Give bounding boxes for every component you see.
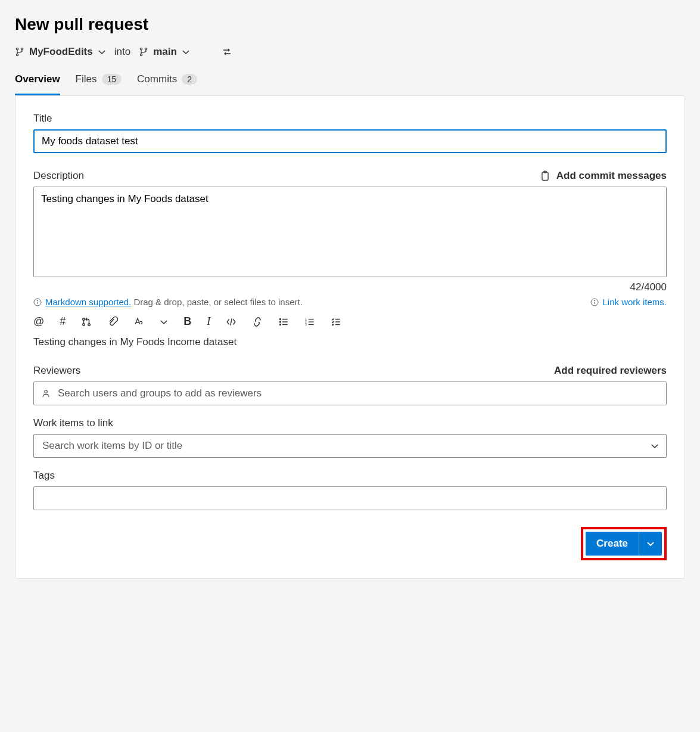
create-button-highlight: Create — [581, 527, 667, 560]
svg-point-10 — [37, 300, 38, 300]
tags-input[interactable] — [41, 492, 659, 505]
description-label: Description — [33, 170, 84, 182]
hashtag-icon[interactable]: # — [60, 315, 66, 328]
swap-branches-icon[interactable] — [222, 47, 232, 57]
form-panel: Title Description Add commit messages 42… — [15, 95, 685, 579]
markdown-hint-text: Drag & drop, paste, or select files to i… — [131, 297, 303, 307]
italic-icon[interactable]: I — [207, 315, 210, 328]
description-preview: Testing changes in My Foods Income datas… — [33, 336, 667, 348]
title-input[interactable] — [33, 129, 667, 153]
text-style-icon[interactable] — [133, 317, 144, 327]
svg-point-3 — [141, 48, 142, 49]
create-button[interactable]: Create — [586, 532, 639, 556]
clipboard-icon — [540, 170, 550, 181]
svg-text:3: 3 — [305, 322, 307, 325]
title-label: Title — [33, 113, 667, 125]
description-textarea[interactable] — [33, 187, 667, 277]
add-required-reviewers-button[interactable]: Add required reviewers — [554, 365, 667, 377]
tab-files[interactable]: Files 15 — [76, 71, 122, 95]
target-branch-name: main — [153, 46, 177, 58]
work-items-input-wrapper[interactable] — [33, 434, 667, 458]
task-list-icon[interactable] — [331, 317, 341, 327]
branch-icon — [15, 47, 24, 57]
info-icon — [590, 298, 599, 306]
tab-label: Files — [76, 73, 97, 85]
pull-request-icon[interactable] — [81, 317, 92, 327]
svg-rect-6 — [542, 172, 548, 181]
svg-point-1 — [21, 48, 23, 49]
target-branch-picker[interactable]: main — [139, 46, 190, 58]
chevron-down-icon[interactable] — [651, 442, 659, 450]
editor-toolbar: @ # B I — [33, 315, 667, 328]
add-commit-messages-button[interactable]: Add commit messages — [540, 170, 667, 182]
svg-point-2 — [16, 54, 18, 55]
link-work-items-link[interactable]: Link work items. — [602, 297, 667, 307]
attachment-icon[interactable] — [107, 317, 118, 327]
tab-label: Commits — [137, 73, 177, 85]
source-branch-picker[interactable]: MyFoodEdits — [15, 46, 106, 58]
link-icon[interactable] — [252, 317, 263, 327]
chevron-down-icon — [646, 539, 655, 548]
page-title: New pull request — [15, 15, 685, 34]
source-branch-name: MyFoodEdits — [29, 46, 93, 58]
char-count: 42/4000 — [33, 281, 667, 293]
bold-icon[interactable]: B — [183, 315, 191, 328]
create-split-button: Create — [586, 532, 662, 556]
tab-badge: 2 — [182, 74, 197, 85]
svg-point-32 — [45, 390, 48, 393]
svg-point-16 — [88, 323, 91, 325]
code-icon[interactable] — [226, 317, 237, 327]
person-icon — [41, 389, 51, 398]
chevron-down-icon[interactable] — [160, 318, 168, 326]
info-icon — [33, 298, 42, 306]
tags-input-wrapper[interactable] — [33, 486, 667, 510]
branch-selector-row: MyFoodEdits into main — [15, 46, 685, 58]
chevron-down-icon — [98, 48, 106, 56]
svg-point-14 — [83, 318, 85, 320]
work-items-label: Work items to link — [33, 417, 667, 429]
reviewers-input-wrapper[interactable] — [33, 381, 667, 405]
into-label: into — [114, 46, 130, 58]
bullet-list-icon[interactable] — [278, 317, 289, 327]
add-required-reviewers-label: Add required reviewers — [554, 365, 667, 377]
svg-point-0 — [16, 48, 18, 49]
svg-point-15 — [83, 323, 85, 325]
numbered-list-icon[interactable]: 123 — [304, 317, 315, 327]
svg-point-17 — [280, 318, 281, 320]
create-button-dropdown[interactable] — [639, 532, 662, 556]
tab-label: Overview — [15, 73, 60, 85]
svg-point-19 — [280, 324, 281, 325]
work-items-input[interactable] — [41, 439, 645, 452]
svg-point-13 — [595, 300, 595, 300]
mention-icon[interactable]: @ — [33, 315, 44, 328]
tab-overview[interactable]: Overview — [15, 71, 60, 95]
tab-commits[interactable]: Commits 2 — [137, 71, 197, 95]
branch-icon — [139, 47, 148, 57]
reviewers-label: Reviewers — [33, 365, 80, 377]
reviewers-input[interactable] — [57, 387, 659, 400]
svg-point-18 — [280, 321, 281, 322]
add-commit-messages-label: Add commit messages — [556, 170, 667, 182]
tags-label: Tags — [33, 470, 667, 482]
tab-badge: 15 — [102, 74, 122, 85]
markdown-supported-link[interactable]: Markdown supported. — [45, 297, 131, 307]
chevron-down-icon — [182, 48, 190, 56]
svg-point-4 — [145, 48, 147, 49]
tab-bar: Overview Files 15 Commits 2 — [15, 71, 685, 95]
svg-point-5 — [141, 54, 142, 55]
